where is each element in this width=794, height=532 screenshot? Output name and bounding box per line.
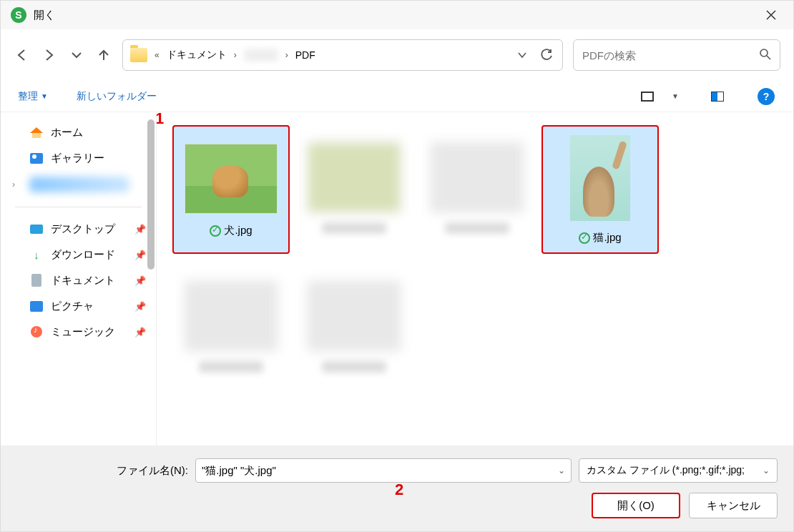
search-icon[interactable] bbox=[760, 49, 771, 62]
sidebar-scrollbar[interactable] bbox=[147, 119, 155, 270]
window-title: 開く bbox=[34, 9, 55, 22]
file-item-blur-3[interactable] bbox=[172, 264, 290, 393]
file-item-blur-2[interactable] bbox=[418, 125, 536, 254]
close-button[interactable] bbox=[755, 1, 788, 29]
cancel-button-label: キャンセル bbox=[707, 499, 760, 513]
filename-blur bbox=[322, 361, 386, 373]
navbar: « ドキュメント › › PDF bbox=[1, 29, 793, 81]
open-button[interactable]: 開く(O) bbox=[592, 493, 680, 518]
thumbnail-dog bbox=[185, 144, 278, 214]
sidebar-item-redacted[interactable]: › bbox=[1, 171, 156, 198]
crumb-arrow-2[interactable]: › bbox=[285, 50, 288, 60]
sidebar-label-downloads: ダウンロード bbox=[51, 248, 115, 262]
filename-dropdown[interactable]: ⌄ bbox=[558, 466, 565, 476]
filename-combobox[interactable]: ⌄ bbox=[195, 458, 572, 483]
app-icon: S bbox=[11, 7, 26, 23]
organize-label: 整理 bbox=[18, 90, 38, 103]
pin-icon: 📌 bbox=[134, 275, 146, 286]
crumb-prefix: « bbox=[155, 50, 160, 60]
chevron-down-icon: ▼ bbox=[41, 92, 48, 100]
sidebar-label-desktop: デスクトップ bbox=[51, 222, 115, 236]
sidebar-item-home[interactable]: ホーム bbox=[1, 119, 156, 145]
breadcrumb-redacted bbox=[244, 49, 278, 61]
crumb-arrow-1[interactable]: › bbox=[234, 50, 237, 60]
thumbnail-blur bbox=[185, 281, 278, 351]
recent-dropdown[interactable] bbox=[68, 46, 85, 64]
file-item-dog[interactable]: 犬.jpg bbox=[172, 125, 290, 254]
chevron-right-icon: › bbox=[12, 179, 15, 189]
filename-cat: 猫.jpg bbox=[593, 231, 621, 245]
music-icon bbox=[31, 326, 42, 338]
refresh-icon bbox=[540, 49, 553, 61]
arrow-right-icon bbox=[43, 49, 56, 61]
toolbar: 整理 ▼ 新しいフォルダー ▼ ? bbox=[1, 81, 793, 112]
sidebar-item-desktop[interactable]: デスクトップ 📌 bbox=[1, 216, 156, 242]
refresh-button[interactable] bbox=[538, 46, 555, 64]
new-folder-button[interactable]: 新しいフォルダー bbox=[77, 90, 157, 103]
file-pane[interactable]: 1 犬.jpg bbox=[157, 112, 793, 445]
sidebar: ホーム ギャラリー › デスクトップ 📌 ↓ ダウンロード 📌 bbox=[1, 112, 157, 445]
up-button[interactable] bbox=[95, 46, 112, 64]
breadcrumb-pdf[interactable]: PDF bbox=[295, 49, 315, 61]
view-mode-dropdown[interactable]: ▼ bbox=[672, 92, 679, 100]
filename-blur bbox=[445, 222, 509, 234]
chevron-down-icon: ⌄ bbox=[763, 466, 770, 476]
forward-button[interactable] bbox=[41, 46, 58, 64]
home-icon bbox=[30, 127, 43, 133]
thumbnail-cat bbox=[570, 135, 630, 221]
preview-pane-button[interactable] bbox=[707, 87, 727, 107]
svg-point-0 bbox=[760, 49, 768, 56]
sidebar-item-gallery[interactable]: ギャラリー bbox=[1, 145, 156, 171]
file-item-blur-4[interactable] bbox=[295, 264, 413, 393]
filename-input[interactable] bbox=[202, 465, 558, 477]
help-button[interactable]: ? bbox=[756, 87, 776, 107]
download-icon: ↓ bbox=[29, 247, 44, 262]
sidebar-item-downloads[interactable]: ↓ ダウンロード 📌 bbox=[1, 242, 156, 267]
organize-menu[interactable]: 整理 ▼ bbox=[18, 90, 48, 103]
chevron-down-icon bbox=[517, 50, 527, 60]
sidebar-label-home: ホーム bbox=[51, 126, 83, 139]
view-mode-button[interactable] bbox=[637, 87, 657, 107]
pin-icon: 📌 bbox=[134, 250, 146, 260]
filename-label: ファイル名(N): bbox=[117, 464, 188, 478]
back-button[interactable] bbox=[14, 46, 31, 64]
footer: ファイル名(N): ⌄ 2 カスタム ファイル (*.png;*.gif;*.j… bbox=[1, 445, 793, 531]
search-box[interactable] bbox=[573, 39, 780, 71]
sidebar-label-documents: ドキュメント bbox=[51, 274, 115, 287]
folder-icon bbox=[130, 48, 147, 62]
pin-icon: 📌 bbox=[134, 301, 146, 312]
open-button-label: 開く(O) bbox=[617, 499, 655, 513]
search-input[interactable] bbox=[582, 49, 760, 61]
thumbnail-blur bbox=[308, 142, 401, 212]
sidebar-item-pictures[interactable]: ピクチャ 📌 bbox=[1, 293, 156, 319]
thumbnail-blur bbox=[431, 142, 524, 212]
filename-dog: 犬.jpg bbox=[224, 224, 252, 237]
picture-icon bbox=[30, 301, 43, 312]
address-bar[interactable]: « ドキュメント › › PDF bbox=[122, 39, 563, 71]
sidebar-item-music[interactable]: ミュージック 📌 bbox=[1, 319, 156, 345]
file-label-cat: 猫.jpg bbox=[579, 231, 621, 245]
breadcrumb-documents[interactable]: ドキュメント bbox=[167, 49, 227, 61]
address-dropdown[interactable] bbox=[514, 46, 531, 64]
cancel-button[interactable]: キャンセル bbox=[689, 493, 778, 518]
sidebar-item-documents[interactable]: ドキュメント 📌 bbox=[1, 267, 156, 293]
preview-pane-icon bbox=[711, 92, 724, 102]
filetype-label: カスタム ファイル (*.png;*.gif;*.jpg; bbox=[587, 464, 745, 477]
filename-blur bbox=[322, 222, 386, 234]
button-row: 開く(O) キャンセル bbox=[16, 493, 778, 518]
sync-check-icon bbox=[210, 225, 221, 237]
filetype-select[interactable]: カスタム ファイル (*.png;*.gif;*.jpg; ⌄ bbox=[579, 458, 778, 483]
annotation-1: 1 bbox=[157, 112, 164, 128]
file-item-cat[interactable]: 猫.jpg bbox=[541, 125, 659, 254]
pin-icon: 📌 bbox=[134, 224, 146, 235]
dialog-body: ホーム ギャラリー › デスクトップ 📌 ↓ ダウンロード 📌 bbox=[1, 112, 793, 445]
open-file-dialog: S 開く « ドキュメント › › PDF bbox=[0, 0, 794, 532]
arrow-up-icon bbox=[97, 49, 110, 61]
sync-check-icon bbox=[579, 232, 590, 244]
file-grid: 犬.jpg 猫.jpg bbox=[172, 125, 778, 393]
new-folder-label: 新しいフォルダー bbox=[77, 90, 157, 103]
filename-blur bbox=[199, 361, 263, 373]
sidebar-label-pictures: ピクチャ bbox=[51, 300, 94, 313]
file-item-blur-1[interactable] bbox=[295, 125, 413, 254]
sidebar-label-gallery: ギャラリー bbox=[51, 152, 104, 165]
